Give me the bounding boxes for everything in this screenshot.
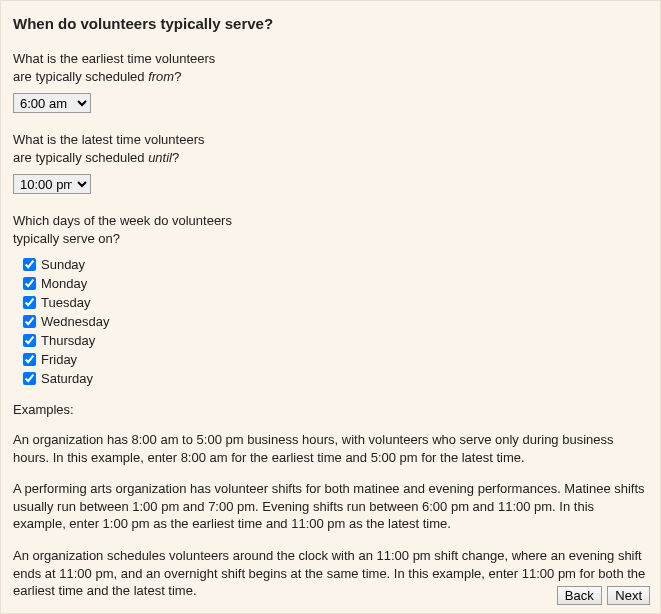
day-row-monday[interactable]: Monday <box>23 274 648 293</box>
page-title: When do volunteers typically serve? <box>13 15 648 32</box>
question-days: Which days of the week do volunteers typ… <box>13 212 648 247</box>
back-button[interactable]: Back <box>557 586 602 605</box>
days-checkbox-group: SundayMondayTuesdayWednesdayThursdayFrid… <box>23 255 648 388</box>
day-row-sunday[interactable]: Sunday <box>23 255 648 274</box>
example-paragraph: An organization has 8:00 am to 5:00 pm b… <box>13 431 648 466</box>
question-latest-line2-post: ? <box>172 150 179 165</box>
day-label: Monday <box>41 276 87 291</box>
wizard-button-bar: Back Next <box>555 586 650 605</box>
question-days-line1: Which days of the week do volunteers <box>13 213 232 228</box>
latest-time-select[interactable]: 10:00 pm <box>13 174 91 194</box>
examples-heading: Examples: <box>13 402 648 417</box>
day-label: Thursday <box>41 333 95 348</box>
question-latest-line2-pre: are typically scheduled <box>13 150 148 165</box>
question-earliest-line2-post: ? <box>174 69 181 84</box>
example-paragraph: A performing arts organization has volun… <box>13 480 648 533</box>
earliest-time-select[interactable]: 6:00 am <box>13 93 91 113</box>
day-row-wednesday[interactable]: Wednesday <box>23 312 648 331</box>
day-checkbox-tuesday[interactable] <box>23 296 36 309</box>
question-earliest-em: from <box>148 69 174 84</box>
day-label: Wednesday <box>41 314 109 329</box>
example-paragraph: An organization schedules volunteers aro… <box>13 547 648 600</box>
day-row-friday[interactable]: Friday <box>23 350 648 369</box>
question-latest-line1: What is the latest time volunteers <box>13 132 204 147</box>
question-days-line2: typically serve on? <box>13 231 120 246</box>
next-button[interactable]: Next <box>607 586 650 605</box>
question-earliest-time: What is the earliest time volunteers are… <box>13 50 648 85</box>
day-row-saturday[interactable]: Saturday <box>23 369 648 388</box>
day-label: Tuesday <box>41 295 90 310</box>
day-label: Saturday <box>41 371 93 386</box>
day-checkbox-wednesday[interactable] <box>23 315 36 328</box>
question-earliest-line1: What is the earliest time volunteers <box>13 51 215 66</box>
day-label: Friday <box>41 352 77 367</box>
day-checkbox-sunday[interactable] <box>23 258 36 271</box>
day-checkbox-thursday[interactable] <box>23 334 36 347</box>
day-checkbox-monday[interactable] <box>23 277 36 290</box>
day-row-thursday[interactable]: Thursday <box>23 331 648 350</box>
day-row-tuesday[interactable]: Tuesday <box>23 293 648 312</box>
question-latest-time: What is the latest time volunteers are t… <box>13 131 648 166</box>
day-checkbox-saturday[interactable] <box>23 372 36 385</box>
day-checkbox-friday[interactable] <box>23 353 36 366</box>
day-label: Sunday <box>41 257 85 272</box>
question-latest-em: until <box>148 150 172 165</box>
question-earliest-line2-pre: are typically scheduled <box>13 69 148 84</box>
